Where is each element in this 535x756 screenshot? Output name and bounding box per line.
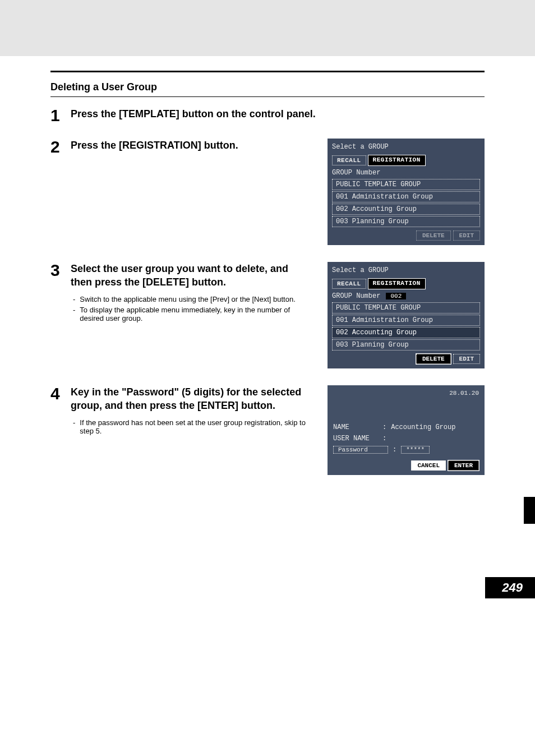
header-band [0, 0, 535, 56]
section-title: Deleting a User Group [50, 81, 485, 93]
step-3: 3 Select the user group you want to dele… [50, 262, 311, 325]
group-item-001[interactable]: 001 Administration Group [332, 191, 480, 202]
rule-section [50, 96, 485, 97]
step-title: Select the user group you want to delete… [71, 262, 311, 289]
lcd-screen-step3: Select a GROUP RECALL REGISTRATION GROUP… [328, 262, 485, 368]
group-number-label: GROUP Number [332, 292, 380, 300]
step-number: 4 [50, 385, 67, 402]
enter-button[interactable]: ENTER [448, 460, 479, 471]
step-4-row: 4 Key in the "Password" (5 digits) for t… [50, 385, 485, 475]
lcd-header: Select a GROUP [332, 266, 480, 274]
step3-bullet2: To display the applicable menu immediate… [80, 306, 311, 322]
colon: : [382, 423, 386, 431]
group-item-001[interactable]: 001 Administration Group [332, 315, 480, 326]
step-title: Key in the "Password" (5 digits) for the… [71, 385, 311, 413]
name-label: NAME [333, 423, 378, 431]
date-stamp: 28.01.20 [333, 390, 479, 397]
colon: : [393, 446, 396, 454]
step4-bullet1: If the password has not been set at the … [80, 418, 311, 435]
step-title: Press the [TEMPLATE] button on the contr… [71, 107, 485, 121]
bullet-dash: - [73, 306, 75, 322]
lcd-screen-step2: Select a GROUP RECALL REGISTRATION GROUP… [328, 139, 485, 245]
step-2: 2 Press the [REGISTRATION] button. [50, 139, 311, 155]
group-item-002[interactable]: 002 Accounting Group [332, 204, 480, 215]
page-footer: 249 [0, 570, 535, 598]
page-number: 249 [485, 577, 535, 598]
name-value: Accounting Group [391, 423, 455, 431]
step-title: Press the [REGISTRATION] button. [71, 139, 311, 152]
group-item-003[interactable]: 003 Planning Group [332, 216, 480, 227]
step-1: 1 Press the [TEMPLATE] button on the con… [50, 107, 485, 124]
side-index-tab [524, 497, 535, 524]
tab-registration[interactable]: REGISTRATION [368, 155, 425, 165]
step-number: 1 [50, 107, 67, 124]
step-4: 4 Key in the "Password" (5 digits) for t… [50, 385, 311, 437]
step-3-row: 3 Select the user group you want to dele… [50, 262, 485, 368]
edit-button[interactable]: EDIT [453, 231, 480, 241]
bullet-dash: - [73, 295, 75, 303]
password-field[interactable]: ***** [401, 446, 430, 454]
edit-button[interactable]: EDIT [453, 354, 480, 364]
colon: : [382, 435, 386, 442]
group-item-003[interactable]: 003 Planning Group [332, 339, 480, 351]
step-number: 2 [50, 139, 67, 155]
lcd-screen-step4: 28.01.20 NAME : Accounting Group USER NA… [328, 385, 485, 475]
group-number-label: GROUP Number [332, 169, 380, 177]
content: Deleting a User Group 1 Press the [TEMPL… [0, 56, 535, 503]
cancel-button[interactable]: CANCEL [411, 460, 446, 471]
group-item-public[interactable]: PUBLIC TEMPLATE GROUP [332, 302, 480, 314]
delete-button[interactable]: DELETE [416, 354, 451, 364]
step3-bullet1: Switch to the applicable menu using the … [80, 295, 295, 303]
tab-registration[interactable]: REGISTRATION [368, 279, 425, 289]
tab-recall[interactable]: RECALL [332, 155, 366, 165]
username-label: USER NAME [333, 435, 378, 442]
step-2-row: 2 Press the [REGISTRATION] button. Selec… [50, 139, 485, 245]
delete-button[interactable]: DELETE [416, 231, 451, 241]
tab-recall[interactable]: RECALL [332, 279, 366, 289]
step-number: 3 [50, 262, 67, 279]
group-item-public[interactable]: PUBLIC TEMPLATE GROUP [332, 179, 480, 190]
group-number-value: 002 [386, 293, 406, 299]
group-item-002-selected[interactable]: 002 Accounting Group [332, 327, 480, 338]
lcd-header: Select a GROUP [332, 143, 480, 151]
bullet-dash: - [73, 418, 75, 435]
password-label: Password [333, 446, 388, 454]
rule-top [50, 71, 485, 72]
